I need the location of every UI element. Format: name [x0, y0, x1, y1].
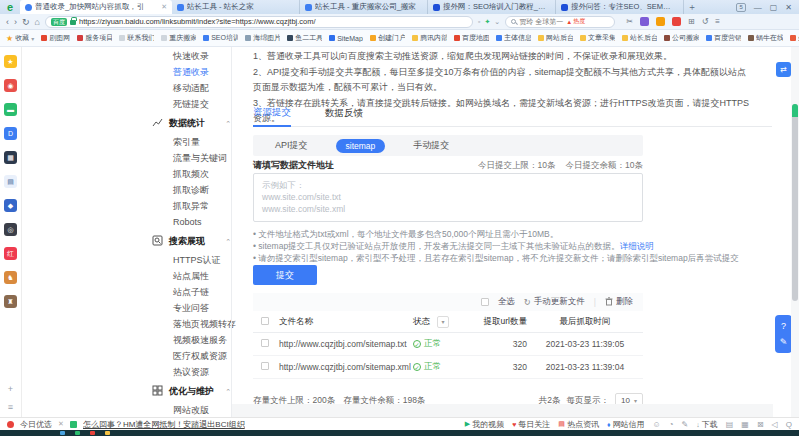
- taskbar-app-icon[interactable]: [105, 431, 110, 435]
- detail-link[interactable]: 详细说明: [620, 241, 654, 251]
- sidebar-item-fast-include[interactable]: 快速收录: [152, 48, 231, 64]
- select-all-label[interactable]: 全选: [498, 296, 515, 308]
- daily-follow-link[interactable]: ♥每日关注: [512, 419, 550, 430]
- sitemap-url-textarea[interactable]: [253, 173, 643, 222]
- daily-pick-label[interactable]: 今日优选: [20, 419, 52, 430]
- bookmark-item[interactable]: SEO培训: [203, 33, 238, 43]
- select-all-checkbox[interactable]: [481, 298, 489, 306]
- dock-app[interactable]: D: [4, 127, 17, 140]
- sidebar-item-site-revamp[interactable]: 网站改版: [152, 402, 231, 417]
- my-videos-link[interactable]: ▶我的视频: [465, 419, 504, 430]
- share-float-button[interactable]: ⇄: [776, 62, 791, 77]
- download-button[interactable]: ↓下载: [696, 419, 718, 430]
- dropdown-icon[interactable]: ⌄: [494, 18, 500, 26]
- dock-app[interactable]: ◆: [4, 199, 17, 212]
- taskbar-app-icon[interactable]: [75, 431, 80, 435]
- scrollbar-thumb[interactable]: [792, 104, 798, 301]
- bookmark-item[interactable]: 百度营销: [706, 33, 741, 43]
- bookmark-item[interactable]: 腾讯内部: [412, 33, 447, 43]
- edit-icon[interactable]: ✎: [682, 420, 689, 429]
- screenshot-icon[interactable]: ⊠: [757, 420, 764, 429]
- bookmark-item[interactable]: 外链吧: [790, 33, 799, 43]
- row-checkbox[interactable]: [261, 339, 269, 347]
- bookmark-item[interactable]: 剧图网: [41, 33, 70, 43]
- sidebar-item-normal-include[interactable]: 普通收录: [152, 64, 231, 80]
- subtab-manual[interactable]: 手动提交: [413, 139, 449, 152]
- subtab-api[interactable]: API提交: [275, 139, 308, 152]
- sidebar-item-landing-video[interactable]: 落地页视频转存: [152, 316, 231, 332]
- bookmark-item[interactable]: 重庆搬家: [161, 33, 196, 43]
- sidebar-section-data-stats[interactable]: 数据统计 ⌃: [152, 115, 231, 132]
- site-badge[interactable]: 百度: [51, 18, 67, 26]
- dock-app[interactable]: ▤: [4, 175, 17, 188]
- bookmark-item[interactable]: 服务项目: [77, 33, 112, 43]
- subtab-sitemap[interactable]: sitemap: [336, 139, 386, 153]
- home-button[interactable]: ⌂: [35, 15, 40, 29]
- bookmark-item[interactable]: SiteMap: [329, 35, 363, 42]
- bookmark-item[interactable]: 蜗牛在线: [748, 33, 783, 43]
- apps-grid-icon[interactable]: ⊞: [688, 17, 695, 26]
- bookmark-favorites[interactable]: ★收藏▾: [6, 33, 34, 43]
- bookmark-item[interactable]: 海绵图片: [245, 33, 280, 43]
- manual-refresh-button[interactable]: ↻手动更新文件: [524, 296, 585, 308]
- sidebar-item-dead-link[interactable]: 死链提交: [152, 96, 231, 112]
- dock-app[interactable]: ♞: [4, 271, 17, 284]
- dock-app[interactable]: ◉: [4, 79, 17, 92]
- sidebar-item-https[interactable]: HTTPS认证: [152, 252, 231, 268]
- sidebar-section-optimize[interactable]: 优化与维护 ⌃: [152, 383, 231, 400]
- feedback-icon[interactable]: ✎: [780, 337, 788, 347]
- dock-app[interactable]: ▬: [4, 103, 17, 116]
- extension-icon[interactable]: ▫: [478, 18, 480, 25]
- forward-button[interactable]: ›: [14, 15, 17, 29]
- header-checkbox[interactable]: [261, 317, 269, 325]
- page-scrollbar[interactable]: [791, 47, 799, 417]
- taskbar-app-icon[interactable]: [90, 431, 95, 435]
- sidebar-item-robots[interactable]: Robots: [152, 214, 231, 230]
- bookmark-item[interactable]: 站长后台: [622, 33, 657, 43]
- sidebar-item-crawl-frequency[interactable]: 抓取频次: [152, 166, 231, 182]
- bookmark-item[interactable]: 创建门户: [370, 33, 405, 43]
- bookmark-item[interactable]: 鱼二工具: [287, 33, 322, 43]
- tab[interactable]: 搜外网：SEO培训入门教程_…: [428, 0, 556, 14]
- red-tool-icon[interactable]: [672, 17, 681, 26]
- screenshot-scissors-icon[interactable]: ✂: [626, 17, 633, 26]
- minimize-button[interactable]: —: [754, 3, 762, 12]
- dock-app[interactable]: 红: [4, 247, 17, 260]
- sidebar-section-search-display[interactable]: 搜索展现 ⌃: [152, 233, 231, 250]
- shield-icon[interactable]: [656, 17, 665, 26]
- sidebar-item-pro-qa[interactable]: 专业问答: [152, 300, 231, 316]
- dock-app-favorites[interactable]: ★: [4, 55, 17, 68]
- close-window-button[interactable]: ✕: [785, 3, 792, 12]
- dock-add-button[interactable]: +: [8, 384, 13, 394]
- new-tab-button[interactable]: ＋: [684, 0, 700, 14]
- tab-close-icon[interactable]: ✕: [161, 3, 167, 11]
- spark-icon[interactable]: ✦: [484, 18, 490, 26]
- dock-app[interactable]: ◎: [4, 223, 17, 236]
- browser-logo[interactable]: e: [0, 0, 20, 14]
- tab-resource-submit[interactable]: 资源提交: [253, 104, 291, 127]
- refresh-button[interactable]: ↻: [22, 15, 30, 29]
- tab-data-feedback[interactable]: 数据反馈: [325, 104, 363, 126]
- sidebar-item-crawl-errors[interactable]: 抓取异常: [152, 198, 231, 214]
- extension-purple-icon[interactable]: [640, 17, 649, 26]
- dock-app[interactable]: ♜: [4, 295, 17, 308]
- emoji-icon[interactable]: ☺: [653, 420, 661, 429]
- sidebar-item-crawl-diagnosis[interactable]: 抓取诊断: [152, 182, 231, 198]
- hot-news-link[interactable]: ▤热点资讯: [558, 419, 599, 430]
- zoom-icon[interactable]: Q: [786, 420, 792, 429]
- url-input[interactable]: 百度 https://ziyuan.baidu.com/linksubmit/i…: [45, 16, 473, 28]
- panel-icon[interactable]: ▤: [726, 420, 734, 429]
- sidebar-item-site-sublink[interactable]: 站点子链: [152, 284, 231, 300]
- sidebar-item-medical-resource[interactable]: 医疗权威资源: [152, 348, 231, 364]
- mute-icon[interactable]: ◁: [772, 420, 778, 429]
- site-credit-link[interactable]: ♦网站信用: [607, 419, 645, 430]
- sidebar-item-mobile-adapt[interactable]: 移动适配: [152, 80, 231, 96]
- status-filter-dropdown[interactable]: ▾: [437, 316, 449, 328]
- tab-active[interactable]: 普通收录_加快网站内容抓取，引 ✕: [20, 0, 172, 14]
- sidebar-item-hot-resource[interactable]: 热议资源: [152, 364, 231, 380]
- row-checkbox[interactable]: [261, 362, 269, 370]
- search-input[interactable]: 贾玲 全球第一 ▲热度: [505, 16, 615, 28]
- bookmark-item[interactable]: 文章采集: [580, 33, 615, 43]
- session-count[interactable]: 5: [736, 3, 745, 12]
- sidebar-item-video-speed[interactable]: 视频极速服务: [152, 332, 231, 348]
